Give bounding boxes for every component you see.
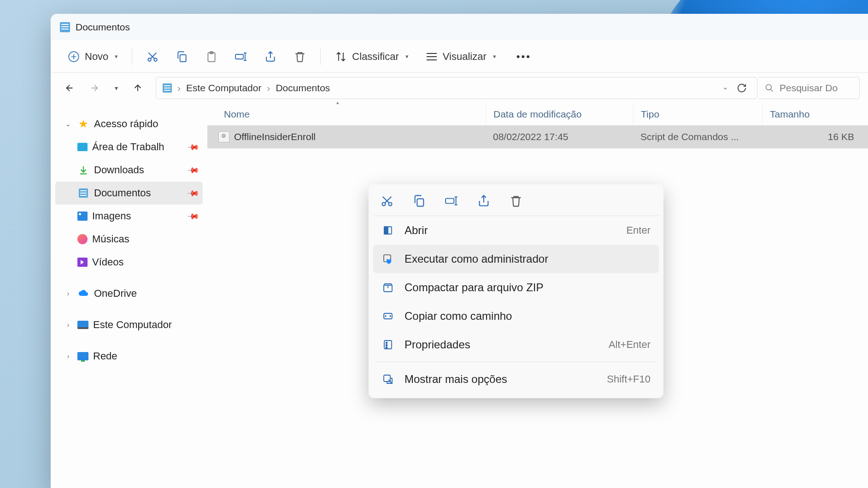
breadcrumb-folder[interactable]: Documentos <box>276 82 330 94</box>
plus-circle-icon <box>67 50 80 63</box>
sidebar-item-documents[interactable]: Documentos 📌 <box>55 182 203 205</box>
cut-button[interactable] <box>140 47 165 67</box>
download-icon <box>77 164 89 176</box>
recent-button[interactable]: ▾ <box>109 77 123 99</box>
menu-label: Copiar como caminho <box>405 310 512 323</box>
up-button[interactable] <box>127 77 148 99</box>
breadcrumb-root[interactable]: Este Computador <box>186 82 261 94</box>
chevron-down-icon[interactable]: ⌄ <box>64 120 73 128</box>
file-type: Script de Comandos ... <box>633 131 762 142</box>
menu-label: Mostrar mais opções <box>405 373 507 386</box>
sidebar-item-label: Imagens <box>92 210 131 222</box>
desktop-icon <box>77 143 88 151</box>
svg-rect-9 <box>210 52 213 53</box>
sidebar-item-downloads[interactable]: Downloads 📌 <box>55 159 203 182</box>
column-date[interactable]: Data de modificação <box>486 103 633 125</box>
svg-point-4 <box>154 58 158 61</box>
chevron-right-icon[interactable]: › <box>64 353 73 360</box>
separator <box>375 362 657 362</box>
back-button[interactable] <box>59 77 80 99</box>
more-button[interactable]: ••• <box>511 47 537 67</box>
menu-label: Executar como administrador <box>405 253 548 265</box>
sidebar-item-label: Acesso rápido <box>94 118 158 130</box>
sidebar-item-desktop[interactable]: Área de Trabalh 📌 <box>55 135 203 159</box>
chevron-right-icon: › <box>267 82 270 94</box>
sidebar-item-videos[interactable]: Vídeos <box>55 251 203 274</box>
view-label: Visualizar <box>443 51 487 63</box>
column-name[interactable]: Nome ▴ <box>207 103 486 125</box>
svg-point-38 <box>386 342 387 344</box>
file-size: 16 KB <box>762 131 868 142</box>
svg-point-21 <box>382 203 386 206</box>
search-icon <box>765 83 774 93</box>
chevron-right-icon[interactable]: › <box>64 290 73 297</box>
paste-button[interactable] <box>199 47 224 67</box>
sidebar-item-music[interactable]: Músicas <box>55 228 203 251</box>
shield-icon <box>381 253 394 265</box>
chevron-right-icon: › <box>177 82 181 94</box>
share-button[interactable] <box>258 47 283 67</box>
sidebar-item-label: Documentos <box>94 187 151 199</box>
delete-button[interactable] <box>287 47 313 67</box>
network-icon <box>77 352 88 360</box>
copy-button[interactable] <box>412 194 427 208</box>
menu-run-admin[interactable]: Executar como administrador <box>373 245 659 273</box>
view-button[interactable]: Visualizar ▾ <box>419 47 503 67</box>
window-title: Documentos <box>76 22 130 33</box>
menu-open[interactable]: Abrir Enter <box>373 216 659 245</box>
chevron-down-icon: ▾ <box>115 84 118 92</box>
breadcrumb[interactable]: › Este Computador › Documentos ⌄ <box>156 77 757 99</box>
forward-button[interactable] <box>84 77 105 99</box>
menu-shortcut: Alt+Enter <box>609 339 651 351</box>
menu-properties[interactable]: Propriedades Alt+Enter <box>373 330 659 359</box>
view-icon <box>425 50 438 63</box>
sidebar-item-onedrive[interactable]: › OneDrive <box>55 282 203 305</box>
file-row[interactable]: OfflineInsiderEnroll 08/02/2022 17:45 Sc… <box>207 125 868 148</box>
sidebar-item-label: Este Computador <box>93 319 172 331</box>
svg-rect-25 <box>417 199 423 206</box>
open-icon <box>381 224 394 237</box>
separator <box>132 48 132 65</box>
rename-button[interactable] <box>444 194 459 208</box>
column-size[interactable]: Tamanho <box>762 103 868 125</box>
menu-compress[interactable]: Compactar para arquivo ZIP <box>373 273 659 302</box>
pictures-icon <box>77 212 88 221</box>
refresh-button[interactable] <box>737 83 747 93</box>
chevron-down-icon[interactable]: ⌄ <box>722 83 728 93</box>
copy-button[interactable] <box>169 47 195 67</box>
search-input[interactable]: Pesquisar Do <box>758 77 860 99</box>
sidebar-item-label: Músicas <box>92 233 129 245</box>
titlebar[interactable]: Documentos <box>51 14 868 41</box>
scissors-icon <box>146 50 159 63</box>
new-button[interactable]: Novo ▾ <box>61 47 124 67</box>
file-name: OfflineInsiderEnroll <box>234 131 316 142</box>
zip-icon <box>381 281 394 294</box>
chevron-right-icon[interactable]: › <box>64 321 73 329</box>
sort-button[interactable]: Classificar ▾ <box>328 47 415 67</box>
sidebar-item-quick-access[interactable]: ⌄ ★ Acesso rápido <box>55 112 203 135</box>
script-file-icon <box>218 131 229 142</box>
menu-shortcut: Enter <box>626 224 651 236</box>
menu-more-options[interactable]: Mostrar mais opções Shift+F10 <box>373 365 659 394</box>
sidebar: ⌄ ★ Acesso rápido Área de Trabalh 📌 Down… <box>51 103 207 488</box>
search-placeholder: Pesquisar Do <box>780 82 838 94</box>
pin-icon: 📌 <box>187 186 200 200</box>
svg-line-19 <box>771 89 773 92</box>
share-button[interactable] <box>476 194 491 208</box>
cut-button[interactable] <box>380 194 394 208</box>
pin-icon: 📌 <box>187 209 200 223</box>
column-type[interactable]: Tipo <box>633 103 762 125</box>
file-date: 08/02/2022 17:45 <box>486 131 633 142</box>
videos-icon <box>77 258 88 267</box>
rename-button[interactable] <box>228 47 254 67</box>
sidebar-item-network[interactable]: › Rede <box>55 345 203 368</box>
delete-button[interactable] <box>509 194 523 208</box>
sidebar-item-thispc[interactable]: › Este Computador <box>55 313 203 336</box>
cloud-icon <box>77 288 89 300</box>
pin-icon: 📌 <box>187 163 200 177</box>
sort-icon <box>334 50 347 63</box>
sidebar-item-pictures[interactable]: Imagens 📌 <box>55 205 203 228</box>
menu-copy-path[interactable]: Copiar como caminho <box>373 302 659 330</box>
pin-icon: 📌 <box>187 140 200 154</box>
copy-icon <box>176 50 188 63</box>
